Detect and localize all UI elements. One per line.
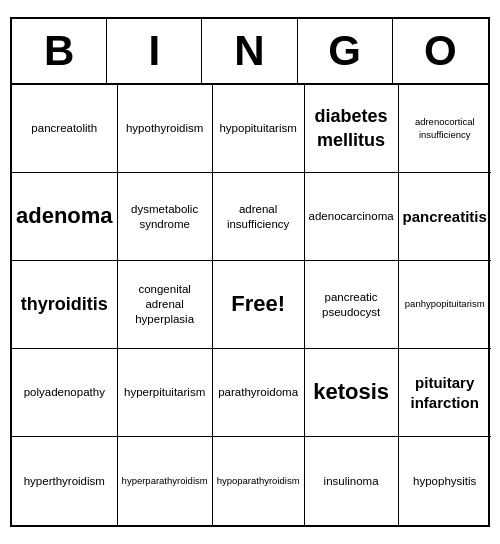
header-letter-B: B bbox=[12, 19, 107, 83]
bingo-cell-17: parathyroidoma bbox=[213, 349, 305, 437]
bingo-cell-22: hypoparathyroidism bbox=[213, 437, 305, 525]
bingo-cell-9: pancreatitis bbox=[399, 173, 491, 261]
bingo-cell-2: hypopituitarism bbox=[213, 85, 305, 173]
header-letter-G: G bbox=[298, 19, 393, 83]
header-letter-N: N bbox=[202, 19, 297, 83]
bingo-cell-0: pancreatolith bbox=[12, 85, 118, 173]
bingo-cell-19: pituitary infarction bbox=[399, 349, 491, 437]
bingo-cell-18: ketosis bbox=[305, 349, 399, 437]
bingo-cell-3: diabetes mellitus bbox=[305, 85, 399, 173]
bingo-cell-1: hypothyroidism bbox=[118, 85, 213, 173]
bingo-cell-8: adenocarcinoma bbox=[305, 173, 399, 261]
bingo-cell-13: pancreatic pseudocyst bbox=[305, 261, 399, 349]
bingo-cell-16: hyperpituitarism bbox=[118, 349, 213, 437]
bingo-cell-24: hypophysitis bbox=[399, 437, 491, 525]
bingo-cell-7: adrenal insufficiency bbox=[213, 173, 305, 261]
bingo-cell-12: Free! bbox=[213, 261, 305, 349]
bingo-cell-21: hyperparathyroidism bbox=[118, 437, 213, 525]
bingo-cell-23: insulinoma bbox=[305, 437, 399, 525]
bingo-grid: pancreatolithhypothyroidismhypopituitari… bbox=[12, 85, 488, 525]
header-letter-I: I bbox=[107, 19, 202, 83]
bingo-header: BINGO bbox=[12, 19, 488, 85]
bingo-cell-15: polyadenopathy bbox=[12, 349, 118, 437]
bingo-cell-4: adrenocortical insufficiency bbox=[399, 85, 491, 173]
header-letter-O: O bbox=[393, 19, 488, 83]
bingo-cell-14: panhypopituitarism bbox=[399, 261, 491, 349]
bingo-cell-11: congenital adrenal hyperplasia bbox=[118, 261, 213, 349]
bingo-cell-20: hyperthyroidism bbox=[12, 437, 118, 525]
bingo-cell-6: dysmetabolic syndrome bbox=[118, 173, 213, 261]
bingo-cell-10: thyroiditis bbox=[12, 261, 118, 349]
bingo-cell-5: adenoma bbox=[12, 173, 118, 261]
bingo-card: BINGO pancreatolithhypothyroidismhypopit… bbox=[10, 17, 490, 527]
